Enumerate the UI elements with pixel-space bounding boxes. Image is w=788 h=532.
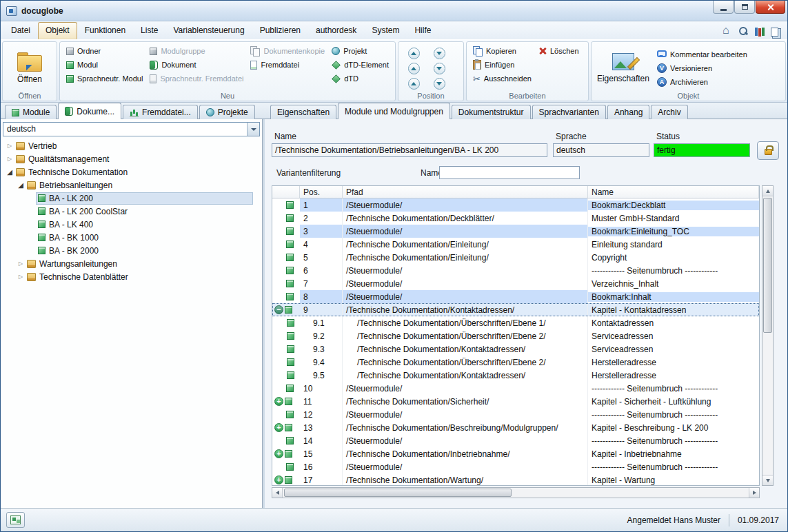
- new-ordner-button[interactable]: Ordner: [63, 44, 146, 58]
- menu-item-publizieren[interactable]: Publizieren: [252, 22, 308, 39]
- col-header-pfad[interactable]: Pfad: [343, 186, 588, 198]
- tree-item-technische-dokumentation[interactable]: ◢Technische Dokumentation: [1, 165, 262, 178]
- docs-icon[interactable]: [769, 26, 780, 37]
- move-bottom-button[interactable]: [434, 78, 445, 90]
- table-row-9-1[interactable]: 9.1/Technische Dokumentation/Überschrift…: [272, 316, 759, 329]
- move-up-level-button[interactable]: [408, 63, 420, 74]
- table-row-1[interactable]: 1/Steuermodule/Bookmark:Deckblatt: [272, 198, 759, 212]
- close-button[interactable]: [756, 1, 785, 14]
- tree-expander-icon[interactable]: ▷: [5, 156, 14, 162]
- table-row-12[interactable]: 12/Steuermodule/------------ Seitenumbru…: [272, 408, 759, 421]
- scroll-up-button[interactable]: [762, 186, 773, 196]
- col-header-name[interactable]: Name: [588, 186, 759, 198]
- menu-item-variablensteuerung[interactable]: Variablensteuerung: [165, 22, 252, 39]
- tab-eigenschaften[interactable]: Eigenschaften: [270, 105, 336, 119]
- tree-item-wartungsanleitungen[interactable]: ▷Wartungsanleitungen: [1, 257, 262, 270]
- ausschneiden-button[interactable]: Ausschneiden: [469, 72, 535, 85]
- tab-module-und-modulgruppen[interactable]: Module und Modulgruppen: [338, 103, 450, 119]
- new-projekt-button[interactable]: Projekt: [328, 44, 392, 58]
- löschen-button[interactable]: Löschen: [535, 44, 583, 58]
- tree-expander-icon[interactable]: ▷: [16, 274, 26, 280]
- table-row-8[interactable]: 8/Steuermodule/Bookmark:Inhalt: [272, 290, 759, 303]
- table-row-17[interactable]: +17/Technische Dokumentation/Wartung/Kap…: [272, 473, 759, 486]
- table-row-10[interactable]: 10/Steuermodule/------------ Seitenumbru…: [272, 382, 759, 395]
- move-down-level-button[interactable]: [434, 63, 445, 74]
- scroll-right-button[interactable]: [749, 488, 759, 498]
- table-row-15[interactable]: +15/Technische Dokumentation/Inbetriebna…: [272, 447, 759, 460]
- vertical-scroll-thumb[interactable]: [763, 198, 772, 333]
- table-row-7[interactable]: 7/Steuermodule/Verzeichnis_Inhalt: [272, 277, 759, 290]
- tree-expander-icon[interactable]: ◢: [16, 181, 26, 189]
- table-row-16[interactable]: 16/Steuermodule/------------ Seitenumbru…: [272, 460, 759, 473]
- new-dtd-button[interactable]: dTD: [328, 72, 392, 85]
- move-up-button[interactable]: [408, 48, 420, 59]
- kommentar-bearbeiten-button[interactable]: Kommentar bearbeiten: [654, 48, 751, 61]
- menu-item-liste[interactable]: Liste: [133, 22, 165, 39]
- table-row-9[interactable]: −9/Technische Dokumentation/Kontaktadres…: [272, 303, 759, 316]
- tab-anhang[interactable]: Anhang: [607, 105, 649, 119]
- table-row-14[interactable]: 14/Steuermodule/------------ Seitenumbru…: [272, 434, 759, 447]
- properties-button[interactable]: Eigenschaften: [594, 44, 652, 92]
- vertical-scrollbar[interactable]: [762, 185, 774, 486]
- table-row-9-5[interactable]: 9.5/Technische Dokumentation/Kontaktadre…: [272, 369, 759, 382]
- tree-expander-icon[interactable]: ▷: [5, 143, 14, 149]
- einfügen-button[interactable]: Einfügen: [469, 58, 535, 72]
- archivieren-button[interactable]: AArchivieren: [654, 75, 751, 89]
- col-header-pos[interactable]: Pos.: [300, 186, 343, 198]
- move-down-button[interactable]: [434, 48, 445, 59]
- tree-item-vertrieb[interactable]: ▷Vertrieb: [1, 139, 262, 152]
- table-row-9-2[interactable]: 9.2/Technische Dokumentation/Überschrift…: [272, 329, 759, 342]
- tab-sprachvarianten[interactable]: Sprachvarianten: [532, 105, 606, 119]
- menu-item-system[interactable]: System: [364, 22, 407, 39]
- scroll-left-button[interactable]: [272, 488, 283, 498]
- tab-projekte[interactable]: Projekte: [199, 105, 255, 119]
- expand-row-button[interactable]: +: [274, 423, 283, 432]
- new-dtd-element-button[interactable]: dTD-Element: [328, 58, 392, 72]
- tree-item-ba-bk-1000[interactable]: BA - BK 1000: [1, 231, 262, 244]
- table-row-9-4[interactable]: 9.4/Technische Dokumentation/Überschrift…: [272, 356, 759, 369]
- tab-module[interactable]: Module: [5, 105, 57, 119]
- library-icon[interactable]: [754, 26, 765, 37]
- maximize-button[interactable]: [734, 1, 755, 14]
- expand-row-button[interactable]: +: [274, 449, 283, 458]
- kopieren-button[interactable]: Kopieren: [469, 44, 535, 58]
- new-sprachneutr-modul-button[interactable]: Sprachneutr. Modul: [63, 72, 146, 85]
- table-row-6[interactable]: 6/Steuermodule/------------ Seitenumbruc…: [272, 264, 759, 277]
- tree-item-betriebsanleitungen[interactable]: ◢Betriebsanleitungen: [1, 178, 262, 192]
- variant-name-input[interactable]: [439, 166, 580, 179]
- language-select[interactable]: deutsch: [3, 122, 260, 136]
- table-row-5[interactable]: 5/Technische Dokumentation/Einleitung/Co…: [272, 251, 759, 264]
- menu-item-objekt[interactable]: Objekt: [38, 22, 77, 39]
- move-top-button[interactable]: [408, 78, 420, 90]
- tab-fremddatei[interactable]: Fremddatei...: [123, 105, 198, 119]
- scroll-down-button[interactable]: [762, 475, 773, 485]
- new-fremddatei-button[interactable]: Fremddatei: [247, 58, 328, 72]
- tree-item-technische-datenblätter[interactable]: ▷Technische Datenblätter: [1, 270, 262, 283]
- tree-expander-icon[interactable]: ▷: [16, 260, 26, 267]
- minimize-button[interactable]: [713, 1, 734, 14]
- table-row-3[interactable]: 3/Steuermodule/Bookmark:Einleitung_TOC: [272, 225, 759, 238]
- new-modul-button[interactable]: Modul: [63, 58, 146, 72]
- status-panel-button[interactable]: [6, 512, 25, 528]
- menu-item-datei[interactable]: Datei: [3, 22, 38, 39]
- search-icon[interactable]: [738, 26, 749, 37]
- collapse-row-button[interactable]: −: [274, 305, 283, 314]
- tree-expander-icon[interactable]: ◢: [5, 168, 14, 176]
- open-button[interactable]: Öffnen: [6, 44, 53, 92]
- table-row-11[interactable]: +11/Technische Dokumentation/Sicherheit/…: [272, 395, 759, 408]
- lock-button[interactable]: [757, 141, 779, 160]
- new-dokument-button[interactable]: Dokument: [146, 58, 247, 72]
- home-icon[interactable]: [722, 26, 733, 37]
- col-header-icon[interactable]: [272, 186, 300, 198]
- tree-item-ba-lk-200-coolstar[interactable]: BA - LK 200 CoolStar: [1, 205, 262, 218]
- expand-row-button[interactable]: +: [274, 397, 283, 406]
- tab-dokume[interactable]: Dokume...: [58, 103, 121, 119]
- table-row-2[interactable]: 2/Technische Dokumentation/Deckblätter/M…: [272, 212, 759, 225]
- menu-item-hilfe[interactable]: Hilfe: [407, 22, 438, 39]
- menu-item-authordesk[interactable]: authordesk: [308, 22, 364, 39]
- table-row-4[interactable]: 4/Technische Dokumentation/Einleitung/Ei…: [272, 238, 759, 251]
- menu-item-funktionen[interactable]: Funktionen: [77, 22, 133, 39]
- tree-item-ba-bk-2000[interactable]: BA - BK 2000: [1, 244, 262, 257]
- horizontal-scrollbar[interactable]: [272, 487, 760, 498]
- versionieren-button[interactable]: VVersionieren: [654, 61, 751, 75]
